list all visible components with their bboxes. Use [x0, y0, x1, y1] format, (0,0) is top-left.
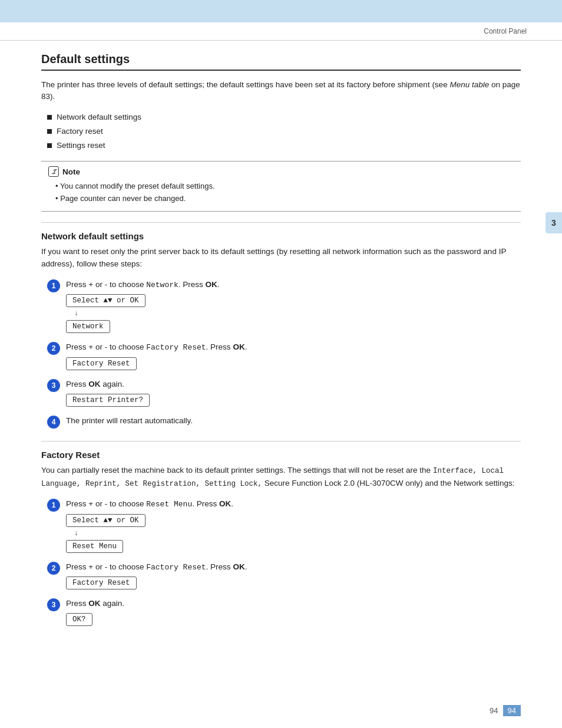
- factory-step-num-3: 3: [47, 598, 60, 611]
- factory-step-content-1: Press + or - to choose Reset Menu. Press…: [66, 498, 521, 555]
- step-text-after-1: . Press: [178, 280, 206, 289]
- step-text-2: Press + or - to choose Factory Reset. Pr…: [66, 341, 521, 354]
- factory-step-text-3: Press OK again.: [66, 598, 521, 610]
- network-section: Network default settings If you want to …: [41, 231, 521, 430]
- intro-italic: Menu table: [449, 80, 489, 89]
- factory-steps: 1 Press + or - to choose Reset Menu. Pre…: [47, 498, 521, 628]
- f-step-bold-1: OK: [219, 499, 231, 508]
- step-4: 4 The printer will restart automatically…: [47, 415, 521, 430]
- step-1: 1 Press + or - to choose Network. Press …: [47, 279, 521, 336]
- list-item: Factory reset: [47, 124, 521, 139]
- step-bold-3: OK: [88, 380, 100, 388]
- step-num-2: 2: [47, 342, 60, 355]
- f-step-after-2: . Press: [206, 562, 233, 571]
- network-section-desc: If you want to reset only the print serv…: [41, 246, 521, 271]
- f-step-end-2: .: [245, 562, 247, 571]
- step-text-before-1: Press + or - to choose: [66, 280, 146, 289]
- f-step-before-3: Press: [66, 599, 88, 608]
- step-text-4: The printer will restart automatically.: [66, 415, 521, 427]
- step-code-2: Factory Reset: [146, 343, 206, 352]
- step-text-3: Press OK again.: [66, 378, 521, 390]
- factory-lcd-1a: Select ▲▼ or OK: [66, 514, 146, 527]
- f-step-bold-3: OK: [88, 599, 100, 608]
- lcd-display-1b: Network: [66, 320, 110, 333]
- f-step-code-1: Reset Menu: [146, 500, 192, 509]
- note-item-1: You cannot modify the preset default set…: [48, 180, 514, 193]
- lcd-display-1a: Select ▲▼ or OK: [66, 294, 146, 307]
- bullet-icon: [47, 143, 52, 148]
- step-3: 3 Press OK again. Restart Printer?: [47, 378, 521, 409]
- factory-desc-after: Secure Function Lock 2.0 (HL-3070CW only…: [262, 479, 514, 487]
- step-content-3: Press OK again. Restart Printer?: [66, 378, 521, 409]
- bullet-icon: [47, 129, 52, 134]
- step-text-after-2: . Press: [206, 342, 233, 351]
- main-content: Default settings The printer has three l…: [0, 41, 562, 658]
- f-step-after-1: . Press: [192, 499, 219, 508]
- section-divider-1: [41, 222, 521, 223]
- step-content-1: Press + or - to choose Network. Press OK…: [66, 279, 521, 336]
- note-item-2: Page counter can never be changed.: [48, 193, 514, 205]
- note-box: 𝓘 Note You cannot modify the preset defa…: [41, 161, 521, 212]
- factory-section-desc: You can partially reset the machine back…: [41, 465, 521, 490]
- factory-desc-before: You can partially reset the machine back…: [41, 466, 433, 475]
- factory-step-content-3: Press OK again. OK?: [66, 598, 521, 628]
- step-text-after-3: again.: [101, 380, 125, 388]
- f-step-code-2: Factory Reset: [146, 563, 206, 572]
- step-content-2: Press + or - to choose Factory Reset. Pr…: [66, 341, 521, 373]
- step-end-2: .: [245, 342, 247, 351]
- step-content-4: The printer will restart automatically.: [66, 415, 521, 430]
- step-end-1: .: [217, 280, 220, 289]
- top-bar: [0, 0, 562, 22]
- footer-page-box: 94: [503, 705, 521, 716]
- note-icon: 𝓘: [48, 166, 59, 177]
- section-label: Control Panel: [484, 27, 527, 35]
- factory-lcd-1b: Reset Menu: [66, 540, 123, 553]
- factory-lcd-3: OK?: [66, 613, 92, 626]
- step-text-1: Press + or - to choose Network. Press OK…: [66, 279, 521, 291]
- list-item: Network default settings: [47, 110, 521, 124]
- network-section-title: Network default settings: [41, 231, 521, 241]
- step-text-before-3: Press: [66, 380, 88, 388]
- network-steps: 1 Press + or - to choose Network. Press …: [47, 279, 521, 431]
- step-num-1: 1: [47, 279, 60, 292]
- f-step-before-1: Press + or - to choose: [66, 499, 146, 508]
- factory-step-text-1: Press + or - to choose Reset Menu. Press…: [66, 498, 521, 510]
- factory-lcd-2: Factory Reset: [66, 577, 137, 589]
- bullet-list: Network default settings Factory reset S…: [47, 110, 521, 153]
- lcd-display-2: Factory Reset: [66, 357, 137, 370]
- note-title: Note: [62, 167, 80, 176]
- factory-step-num-2: 2: [47, 562, 60, 575]
- f-step-bold-2: OK: [233, 562, 244, 571]
- footer-page-num: 94: [490, 706, 498, 715]
- intro-text: The printer has three levels of default …: [41, 79, 521, 103]
- factory-step-text-2: Press + or - to choose Factory Reset. Pr…: [66, 561, 521, 574]
- factory-step-2: 2 Press + or - to choose Factory Reset. …: [47, 561, 521, 592]
- factory-step-content-2: Press + or - to choose Factory Reset. Pr…: [66, 561, 521, 592]
- step-num-3: 3: [47, 379, 60, 392]
- factory-section: Factory Reset You can partially reset th…: [41, 450, 521, 628]
- chapter-tab: 3: [546, 212, 562, 233]
- header-bar: Control Panel: [0, 22, 562, 41]
- step-2: 2 Press + or - to choose Factory Reset. …: [47, 341, 521, 373]
- list-item: Settings reset: [47, 139, 521, 153]
- factory-section-title: Factory Reset: [41, 450, 521, 460]
- step-bold-2: OK: [233, 342, 244, 351]
- section-divider-2: [41, 441, 521, 442]
- factory-step-num-1: 1: [47, 499, 60, 512]
- f-step-before-2: Press + or - to choose: [66, 562, 146, 571]
- f-step-after-3: again.: [101, 599, 125, 608]
- factory-step-3: 3 Press OK again. OK?: [47, 598, 521, 628]
- step-bold-1: OK: [206, 280, 217, 289]
- page-title: Default settings: [41, 52, 521, 66]
- step-code-1: Network: [146, 281, 178, 289]
- step-text-before-2: Press + or - to choose: [66, 342, 146, 351]
- footer: 94 94: [490, 705, 521, 716]
- bullet-icon: [47, 115, 52, 120]
- factory-lcd-arrow-1: ↓: [74, 529, 521, 538]
- lcd-arrow-1: ↓: [74, 309, 521, 318]
- step-num-4: 4: [47, 416, 60, 429]
- factory-step-1: 1 Press + or - to choose Reset Menu. Pre…: [47, 498, 521, 555]
- intro-text-before: The printer has three levels of default …: [41, 80, 449, 89]
- title-rule: [41, 70, 521, 71]
- note-header: 𝓘 Note: [48, 166, 514, 177]
